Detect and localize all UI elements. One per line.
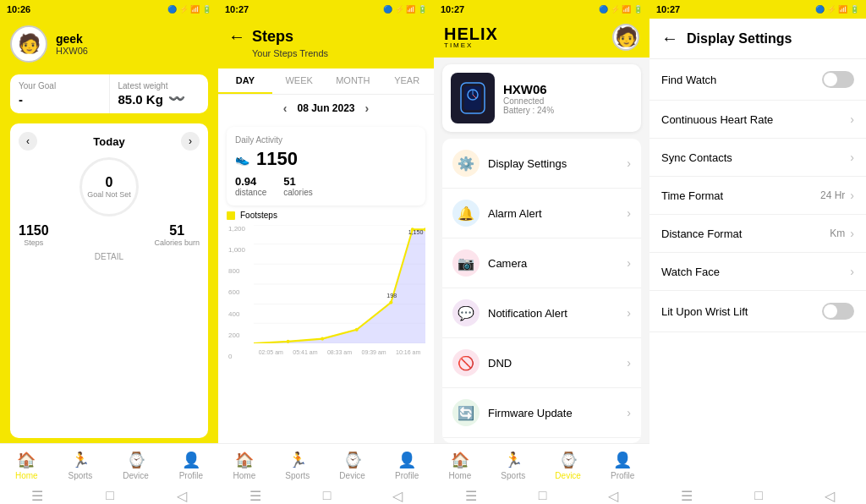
menu-dnd[interactable]: 🚫 DND › bbox=[442, 338, 641, 388]
device-nav-sports[interactable]: 🏃 Sports bbox=[501, 451, 525, 480]
date-prev-btn[interactable]: ‹ bbox=[283, 101, 288, 115]
wrist-lift-toggle[interactable] bbox=[822, 303, 854, 320]
chart-section: Footsteps 1,200 1,000 800 600 400 200 0 bbox=[227, 211, 425, 360]
find-watch-toggle[interactable] bbox=[822, 71, 854, 88]
status-bar-2: 10:27 🔵 ⚡ 📶 🔋 bbox=[218, 0, 434, 19]
username: geek bbox=[56, 32, 88, 46]
menu-notification-alert[interactable]: 💬 Notification Alert › bbox=[442, 288, 641, 338]
svg-point-11 bbox=[389, 300, 392, 304]
goal-label: Your Goal bbox=[19, 81, 101, 90]
sports-icon: 🏃 bbox=[71, 451, 90, 469]
settings-back-btn[interactable]: ← bbox=[661, 29, 678, 48]
user-info: geek HXW06 bbox=[56, 32, 88, 56]
device-device-icon: ⌚ bbox=[559, 451, 578, 469]
device-icon: ⌚ bbox=[127, 451, 145, 469]
tab-year[interactable]: YEAR bbox=[380, 68, 434, 94]
menu-alarm-alert[interactable]: 🔔 Alarm Alert › bbox=[442, 189, 641, 238]
device-header: HELIX TIMEX 🧑 bbox=[434, 19, 650, 58]
today-next-btn[interactable]: › bbox=[181, 132, 200, 151]
find-watch-label: Find Watch bbox=[661, 74, 822, 86]
wrist-lift-label: Lit Upon Wrist Lift bbox=[661, 305, 822, 318]
today-prev-btn[interactable]: ‹ bbox=[19, 132, 37, 151]
settings-wrist-lift[interactable]: Lit Upon Wrist Lift bbox=[650, 291, 866, 332]
device-nav-device[interactable]: ⌚ Device bbox=[555, 451, 581, 480]
settings-time-format[interactable]: Time Format 24 Hr › bbox=[650, 177, 866, 215]
device-profile-icon: 👤 bbox=[613, 451, 632, 469]
device-avatar: 🧑 bbox=[612, 24, 639, 51]
steps-nav-device[interactable]: ⌚ Device bbox=[339, 451, 365, 480]
time-3: 10:27 bbox=[441, 4, 464, 14]
settings-distance-format[interactable]: Distance Format Km › bbox=[650, 215, 866, 253]
square-icon-4: □ bbox=[754, 488, 763, 503]
square-icon-3: □ bbox=[539, 488, 547, 503]
trend-icon: 〰️ bbox=[168, 90, 185, 107]
stat-steps-value: 1150 bbox=[19, 223, 49, 238]
svg-marker-7 bbox=[254, 229, 425, 343]
tab-day[interactable]: DAY bbox=[218, 68, 272, 94]
settings-find-watch[interactable]: Find Watch bbox=[650, 59, 866, 101]
menu-display-settings[interactable]: ⚙️ Display Settings › bbox=[442, 139, 641, 189]
back-icon-2: ◁ bbox=[392, 488, 403, 504]
date-nav: ‹ 08 Jun 2023 › bbox=[218, 95, 434, 122]
steps-header: ← Steps Your Steps Trends bbox=[218, 19, 434, 68]
time-2: 10:27 bbox=[225, 4, 249, 14]
settings-heart-rate[interactable]: Continuous Heart Rate › bbox=[650, 101, 866, 139]
watch-status: Connected bbox=[503, 96, 554, 106]
goal-value: - bbox=[19, 92, 101, 107]
today-label: Today bbox=[93, 135, 124, 148]
activity-stats: 0.94 distance 51 calories bbox=[235, 175, 417, 197]
watch-image bbox=[451, 73, 495, 123]
notification-alert-icon: 💬 bbox=[452, 299, 480, 326]
device-nav-profile[interactable]: 👤 Profile bbox=[611, 451, 634, 480]
home-header: 🧑 geek HXW06 bbox=[0, 19, 218, 69]
cal-label: calories bbox=[283, 188, 312, 197]
activity-label: Daily Activity bbox=[235, 135, 417, 145]
weight-label: Latest weight bbox=[118, 81, 200, 90]
menu-firmware-label: Firmware Update bbox=[488, 407, 627, 419]
steps-device-icon: ⌚ bbox=[343, 451, 362, 469]
goal-box: Your Goal - bbox=[10, 74, 110, 113]
nav-sports[interactable]: 🏃 Sports bbox=[68, 451, 92, 480]
chart-y-labels: 1,200 1,000 800 600 400 200 0 bbox=[227, 225, 254, 360]
stat-distance: 0.94 distance bbox=[235, 175, 266, 197]
device-menu-list: ⚙️ Display Settings › 🔔 Alarm Alert › 📷 … bbox=[442, 139, 641, 443]
steps-nav-sports[interactable]: 🏃 Sports bbox=[285, 451, 310, 480]
steps-nav-profile[interactable]: 👤 Profile bbox=[395, 451, 419, 480]
hamburger-icon-4: ☰ bbox=[681, 488, 693, 504]
distance-format-value: Km bbox=[830, 227, 845, 239]
activity-steps: 1150 bbox=[256, 148, 298, 170]
steps-title-row: ← Steps bbox=[228, 27, 424, 47]
device-nav-home[interactable]: 🏠 Home bbox=[449, 451, 472, 480]
settings-sync-contacts[interactable]: Sync Contacts › bbox=[650, 139, 866, 177]
steps-nav-home[interactable]: 🏠 Home bbox=[233, 451, 256, 480]
helix-logo-wrap: HELIX TIMEX bbox=[444, 25, 639, 49]
menu-firmware-update[interactable]: 🔄 Firmware Update › bbox=[442, 388, 641, 438]
status-bar-1: 10:26 🔵 ⚡ 📶 🔋 bbox=[0, 0, 218, 19]
settings-watch-face[interactable]: Watch Face › bbox=[650, 253, 866, 291]
nav-home[interactable]: 🏠 Home bbox=[15, 451, 38, 480]
svg-text:198: 198 bbox=[386, 292, 397, 299]
firmware-chevron-icon: › bbox=[627, 406, 631, 419]
nav-profile[interactable]: 👤 Profile bbox=[179, 451, 203, 480]
device-id: HXW06 bbox=[56, 46, 88, 56]
helix-sub: TIMEX bbox=[444, 42, 639, 49]
nav-device[interactable]: ⌚ Device bbox=[123, 451, 149, 480]
time-format-label: Time Format bbox=[661, 189, 820, 202]
tab-week[interactable]: WEEK bbox=[272, 68, 326, 94]
gesture-bar-3: ☰ □ ◁ bbox=[434, 487, 650, 504]
detail-link[interactable]: DETAIL bbox=[19, 252, 200, 261]
tab-month[interactable]: MONTH bbox=[326, 68, 381, 94]
panel-settings: 10:27 🔵 ⚡ 📶 🔋 ← Display Settings Find Wa… bbox=[650, 0, 866, 504]
steps-back-btn[interactable]: ← bbox=[228, 27, 245, 47]
alarm-alert-icon: 🔔 bbox=[452, 200, 480, 227]
menu-notification-label: Notification Alert bbox=[488, 307, 627, 320]
panel-steps: 10:27 🔵 ⚡ 📶 🔋 ← Steps Your Steps Trends … bbox=[218, 0, 434, 504]
square-icon: □ bbox=[106, 488, 114, 503]
svg-point-10 bbox=[355, 328, 359, 331]
goal-circle-container: 0 Goal Not Set bbox=[19, 157, 200, 216]
date-next-btn[interactable]: › bbox=[365, 101, 370, 115]
legend-label: Footsteps bbox=[240, 211, 277, 220]
today-header: ‹ Today › bbox=[19, 132, 200, 151]
activity-card: Daily Activity 👟 1150 0.94 distance 51 c… bbox=[227, 127, 425, 205]
menu-camera[interactable]: 📷 Camera › bbox=[442, 238, 641, 288]
